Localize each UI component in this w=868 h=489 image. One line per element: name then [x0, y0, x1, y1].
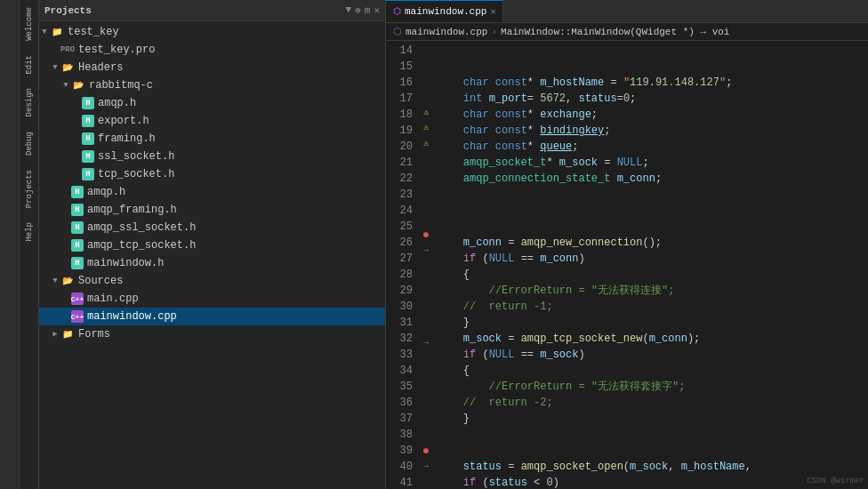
tree-item-test_key_pro[interactable]: PRO test_key.pro	[39, 41, 385, 59]
tree-item-ssl_socket_h[interactable]: H ssl_socket.h	[39, 148, 385, 165]
code-line	[438, 203, 868, 219]
filter-icon[interactable]: ▼	[346, 4, 352, 16]
gutter-item	[418, 181, 434, 196]
gutter-item: ●	[418, 228, 434, 243]
code-line: {	[438, 363, 868, 379]
link-icon[interactable]: ⊕	[355, 4, 361, 16]
sidebar-item-welcome[interactable]: Welcome	[23, 0, 36, 48]
code-line	[438, 427, 868, 443]
code-line: }	[438, 411, 868, 427]
tree-item-amqp_ssl_socket_h[interactable]: H amqp_ssl_socket.h	[39, 219, 385, 236]
tree-item-amqp_framing_h[interactable]: H amqp_framing.h	[39, 201, 385, 219]
code-line: status = amqp_socket_open(m_sock, m_host…	[438, 459, 868, 475]
sidebar-icon-strip	[0, 0, 20, 489]
split-icon[interactable]: ⊞	[365, 4, 371, 16]
tree-item-mainwindow_cpp[interactable]: C++ mainwindow.cpp	[39, 308, 385, 325]
gutter-item	[418, 366, 434, 381]
arrow-icon: →	[423, 245, 429, 255]
item-name: rabbitmq-c	[89, 79, 153, 92]
line-numbers: 1415161718192021222324252627282930313233…	[386, 41, 418, 489]
code-line: m_sock = amqp_tcp_socket_new(m_conn);	[438, 331, 868, 347]
code-line: amqp_connection_state_t m_conn;	[438, 171, 868, 187]
tree-arrow	[60, 201, 71, 219]
item-name: framing.h	[98, 132, 156, 145]
code-line: if (NULL == m_conn)	[438, 251, 868, 267]
h-icon: H	[82, 150, 94, 163]
tab-mainwindow-cpp[interactable]: ⬡ mainwindow.cpp ✕	[386, 0, 503, 23]
editor-content: 1415161718192021222324252627282930313233…	[386, 41, 868, 489]
sidebar-item-design[interactable]: Design	[23, 81, 36, 124]
editor-tabs: ⬡ mainwindow.cpp ✕	[386, 0, 868, 23]
tab-close-button[interactable]: ✕	[490, 6, 495, 17]
item-name: Headers	[78, 61, 123, 74]
tree-item-rabbitmq-c[interactable]: 📂 rabbitmq-c	[39, 76, 385, 94]
gutter-item	[418, 413, 434, 428]
code-line	[438, 219, 868, 235]
code-line	[438, 59, 868, 75]
h-icon: H	[82, 97, 94, 109]
gutter-item	[418, 43, 434, 58]
tree-arrow	[50, 325, 60, 343]
tree-item-tcp_socket_h[interactable]: H tcp_socket.h	[39, 165, 385, 183]
item-name: test_key	[68, 26, 119, 38]
code-line: }	[438, 315, 868, 331]
breadcrumb-function: MainWindow::MainWindow(QWidget *) → voi	[501, 27, 729, 37]
item-name: mainwindow.cpp	[87, 310, 177, 323]
h-icon: H	[71, 221, 84, 234]
breakpoint-icon: ●	[422, 444, 430, 458]
breakpoint-icon: ●	[422, 228, 430, 242]
tree-item-export_h[interactable]: H export.h	[39, 112, 385, 130]
file-tree-panel: Projects ▼ ⊕ ⊞ ✕ 📁 test_key PRO test_key…	[39, 0, 386, 489]
code-line: m_conn = amqp_new_connection();	[438, 235, 868, 251]
close-icon[interactable]: ✕	[374, 4, 380, 16]
tree-item-mainwindow_h[interactable]: H mainwindow.h	[39, 254, 385, 272]
h-icon: H	[82, 132, 94, 145]
sidebar-item-edit[interactable]: Edit	[23, 48, 36, 82]
sidebar-item-debug[interactable]: Debug	[23, 124, 36, 163]
item-name: Sources	[78, 275, 123, 287]
gutter-item	[418, 381, 434, 397]
item-name: Forms	[78, 328, 110, 341]
code-line: if (status < 0)	[438, 475, 868, 489]
tree-arrow	[71, 165, 82, 183]
item-name: export.h	[98, 115, 149, 127]
tree-arrow	[60, 76, 71, 94]
tree-item-Forms[interactable]: 📁 Forms	[39, 325, 385, 343]
gutter-item: ⚠	[418, 120, 434, 135]
code-line: //ErrorReturn = "无法获得连接";	[438, 283, 868, 299]
editor-area: ⬡ mainwindow.cpp ✕ ⬡ mainwindow.cpp › Ma…	[386, 0, 868, 489]
gutter-item	[418, 74, 434, 89]
breadcrumb-text: mainwindow.cpp	[406, 27, 487, 37]
pro-icon: PRO	[60, 43, 75, 57]
code-line: // return -2;	[438, 395, 868, 411]
file-tree-body: 📁 test_key PRO test_key.pro 📂 Headers 📂 …	[39, 21, 385, 489]
tree-arrow	[60, 219, 71, 236]
item-name: amqp_ssl_socket.h	[87, 221, 196, 234]
tree-arrow	[50, 272, 60, 290]
tree-item-test_key[interactable]: 📁 test_key	[39, 23, 385, 41]
item-name: amqp.h	[87, 186, 125, 198]
tree-item-Headers[interactable]: 📂 Headers	[39, 59, 385, 76]
tree-item-amqp_h2[interactable]: H amqp.h	[39, 183, 385, 201]
code-line: char const* bindingkey;	[438, 123, 868, 139]
gutter-item	[418, 474, 434, 489]
gutter: ⚠⚠⚠●→→●→	[418, 41, 434, 489]
tree-item-main_cpp[interactable]: C++ main.cpp	[39, 290, 385, 308]
gutter-item: →	[418, 243, 434, 258]
code-line: if (NULL == m_sock)	[438, 347, 868, 363]
sidebar-item-help[interactable]: Help	[23, 215, 36, 249]
arrow-icon: →	[423, 338, 429, 348]
tree-item-amqp_h[interactable]: H amqp.h	[39, 94, 385, 112]
tree-arrow	[60, 236, 71, 254]
tree-arrow	[60, 290, 71, 308]
code-line: amqp_socket_t* m_sock = NULL;	[438, 155, 868, 171]
tree-item-framing_h[interactable]: H framing.h	[39, 130, 385, 148]
code-content[interactable]: char const* m_hostName = "119.91.148.127…	[434, 41, 868, 489]
header-icons: ▼ ⊕ ⊞ ✕	[346, 4, 380, 16]
tree-arrow	[60, 183, 71, 201]
sidebar-item-projects[interactable]: Projects	[23, 163, 36, 215]
tree-item-amqp_tcp_socket_h[interactable]: H amqp_tcp_socket.h	[39, 236, 385, 254]
h-icon: H	[82, 168, 94, 180]
tree-item-Sources[interactable]: 📂 Sources	[39, 272, 385, 290]
gutter-item: →	[418, 335, 434, 350]
